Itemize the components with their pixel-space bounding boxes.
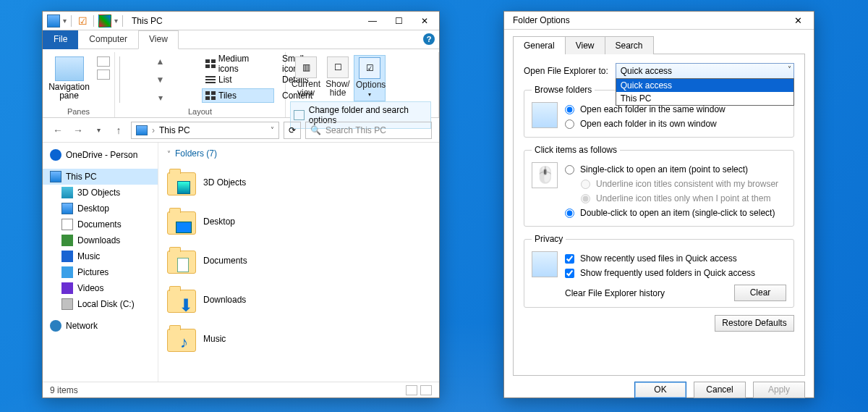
show-hide-button[interactable]: ☐ Show/ hide [322, 55, 354, 101]
properties-icon[interactable]: ☑ [76, 14, 89, 28]
address-text: This PC [159, 125, 190, 135]
options-icon: ☑ [359, 57, 380, 79]
ribbon-tabs: File Computer View ? [43, 30, 439, 49]
radio-underline-point: Underline icon titles only when I point … [565, 191, 786, 206]
chevron-down-icon: ˅ [788, 65, 791, 73]
check-frequent-folders[interactable]: Show frequently used folders in Quick ac… [565, 266, 786, 280]
view-details-icon[interactable] [406, 385, 417, 395]
click-items-icon: 🖱️ [532, 162, 558, 188]
combo-option-quick-access[interactable]: Quick access [616, 79, 793, 92]
forward-button[interactable]: → [70, 122, 86, 138]
ribbon-group-layout: Medium icons Small icons ▲▼▾ List Detail… [115, 52, 286, 117]
ribbon-group-right: ▥ Current view ☐ Show/ hide ☑ Options▾ C… [286, 52, 439, 117]
qat-separator [122, 15, 123, 27]
minimize-button[interactable]: — [359, 13, 386, 29]
refresh-button[interactable]: ⟳ [284, 122, 301, 139]
check-recent-files[interactable]: Show recently used files in Quick access [565, 251, 786, 266]
tab-computer[interactable]: Computer [78, 30, 138, 49]
folder-icon: ⬇ [167, 285, 196, 314]
close-button[interactable]: ✕ [412, 13, 438, 29]
ribbon: Navigation pane Panes Medium icons Small… [43, 49, 439, 118]
combo-dropdown-list: Quick access This PC [616, 78, 794, 106]
grid-icon [205, 59, 216, 68]
music-icon [61, 251, 73, 262]
back-button[interactable]: ← [50, 122, 66, 138]
dialog-tab-general[interactable]: General [513, 36, 566, 54]
tile-documents[interactable]: Documents [167, 241, 430, 280]
layout-medium-icons[interactable]: Medium icons [202, 56, 274, 71]
browse-folders-icon [532, 102, 558, 128]
privacy-group: Privacy Show recently used files in Quic… [524, 234, 794, 308]
dialog-tab-search[interactable]: Search [605, 36, 654, 54]
radio-underline-browser: Underline icon titles consistent with my… [565, 177, 786, 191]
group-label-layout: Layout [119, 106, 281, 117]
qat-dropdown-icon[interactable]: ▾ [63, 17, 67, 25]
qat-separator [93, 15, 94, 27]
qat-customize-icon[interactable] [98, 14, 111, 28]
radio-double-click[interactable]: Double-click to open an item (single-cli… [565, 206, 786, 220]
dialog-close-button[interactable]: ✕ [783, 12, 812, 29]
cancel-button[interactable]: Cancel [694, 382, 746, 398]
browse-folders-legend: Browse folders [532, 85, 595, 95]
nav-item-this-pc[interactable]: This PC [43, 169, 158, 185]
nav-item-3d-objects[interactable]: 3D Objects [43, 185, 158, 201]
tile-desktop[interactable]: Desktop [167, 202, 430, 241]
nav-item-onedrive[interactable]: OneDrive - Person [43, 147, 158, 163]
open-to-combo[interactable]: Quick access ˅ Quick access This PC [616, 63, 794, 79]
layout-tiles[interactable]: Tiles [202, 88, 274, 103]
clear-button[interactable]: Clear [734, 285, 786, 301]
radio-own-window[interactable]: Open each folder in its own window [565, 117, 786, 131]
recent-locations-button[interactable]: ▾ [90, 122, 106, 138]
nav-item-downloads[interactable]: Downloads [43, 232, 158, 248]
picture-icon [61, 266, 73, 278]
address-bar-row: ← → ▾ ↑ › This PC ˅ ⟳ 🔍 Search This PC [43, 118, 439, 143]
nav-item-network[interactable]: Network [43, 318, 158, 334]
address-bar[interactable]: › This PC ˅ [131, 122, 279, 139]
nav-item-desktop[interactable]: Desktop [43, 201, 158, 216]
nav-item-local-disk[interactable]: Local Disk (C:) [43, 296, 158, 312]
options-button[interactable]: ☑ Options▾ [354, 55, 386, 101]
current-view-button[interactable]: ▥ Current view [290, 55, 322, 101]
layout-list[interactable]: List [202, 72, 274, 87]
view-tiles-icon[interactable] [420, 385, 432, 395]
apply-button[interactable]: Apply [753, 382, 805, 398]
nav-item-music[interactable]: Music [43, 248, 158, 264]
system-icon[interactable] [47, 14, 60, 28]
folder-options-dialog: Folder Options ✕ General View Search Ope… [503, 11, 814, 398]
address-dropdown-icon[interactable]: ˅ [271, 126, 274, 134]
tile-3d-objects[interactable]: 3D Objects [167, 163, 430, 202]
ok-button[interactable]: OK [634, 382, 686, 398]
nav-item-documents[interactable]: Documents [43, 216, 158, 232]
tile-music[interactable]: ♪ Music [167, 319, 430, 358]
up-button[interactable]: ↑ [111, 122, 127, 138]
status-view-icons [406, 385, 432, 395]
combo-option-this-pc[interactable]: This PC [616, 92, 793, 105]
dialog-action-buttons: OK Cancel Apply [513, 382, 805, 398]
dialog-body: General View Search Open File Explorer t… [504, 30, 814, 398]
radio-single-click[interactable]: Single-click to open an item (point to s… [565, 162, 786, 177]
help-icon[interactable]: ? [423, 33, 435, 45]
current-view-icon: ▥ [295, 56, 317, 78]
nav-pane-icon [55, 56, 84, 81]
nav-item-videos[interactable]: Videos [43, 280, 158, 296]
nav-pane-button[interactable]: Navigation pane [47, 54, 91, 100]
tab-view[interactable]: View [138, 30, 179, 49]
open-to-label: Open File Explorer to: [524, 66, 608, 76]
layout-scroll[interactable]: ▲▼▾ [119, 56, 200, 103]
tab-file[interactable]: File [43, 30, 78, 49]
qat-dropdown-icon[interactable]: ▾ [114, 17, 118, 25]
nav-pane-label: Navigation pane [47, 83, 91, 100]
file-explorer-window: ▾ ☑ ▾ This PC — ☐ ✕ File Computer View ?… [42, 11, 440, 398]
folder-icon: ♪ [167, 324, 196, 353]
tile-downloads[interactable]: ⬇ Downloads [167, 280, 430, 319]
search-box[interactable]: 🔍 Search This PC [305, 122, 432, 139]
search-placeholder: Search This PC [326, 125, 386, 135]
section-header-folders[interactable]: ˅Folders (7) [167, 148, 430, 159]
details-pane-icon[interactable] [97, 70, 110, 80]
restore-defaults-button[interactable]: Restore Defaults [715, 315, 794, 332]
click-items-group: Click items as follows 🖱️ Single-click t… [524, 145, 794, 227]
maximize-button[interactable]: ☐ [386, 13, 412, 29]
dialog-tab-view[interactable]: View [565, 36, 605, 54]
nav-item-pictures[interactable]: Pictures [43, 264, 158, 280]
preview-pane-icon[interactable] [97, 56, 110, 67]
